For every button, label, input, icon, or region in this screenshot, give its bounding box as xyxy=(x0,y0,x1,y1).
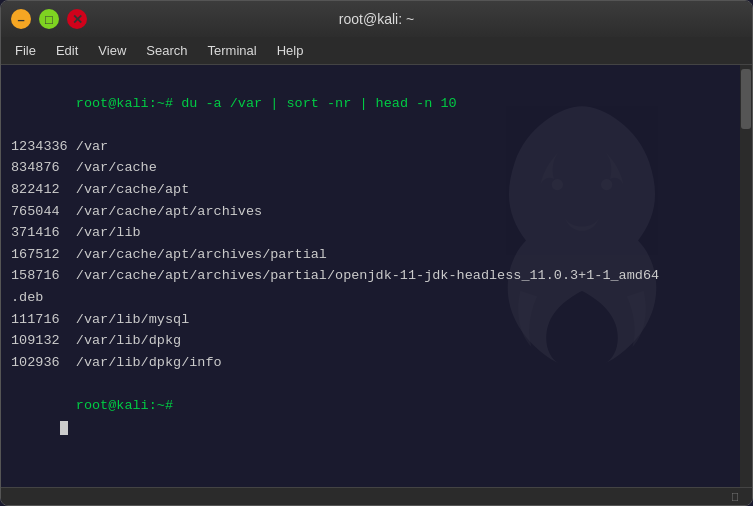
scrollbar-thumb[interactable] xyxy=(741,69,751,129)
terminal-window: – □ ✕ root@kali: ~ File Edit View Search… xyxy=(0,0,753,506)
output-line-2: 822412 /var/cache/apt xyxy=(11,179,742,201)
output-line-1: 834876 /var/cache xyxy=(11,157,742,179)
menu-file[interactable]: File xyxy=(7,41,44,60)
final-prompt-prefix: root@kali xyxy=(76,398,149,413)
menu-search[interactable]: Search xyxy=(138,41,195,60)
window-title: root@kali: ~ xyxy=(339,11,414,27)
terminal-body[interactable]: root@kali:~# du -a /var | sort -nr | hea… xyxy=(1,65,752,487)
menu-edit[interactable]: Edit xyxy=(48,41,86,60)
terminal-content: root@kali:~# du -a /var | sort -nr | hea… xyxy=(11,71,742,438)
maximize-button[interactable]: □ xyxy=(39,9,59,29)
menu-help[interactable]: Help xyxy=(269,41,312,60)
final-prompt-line: root@kali:~# xyxy=(11,373,742,438)
title-bar: – □ ✕ root@kali: ~ xyxy=(1,1,752,37)
minimize-button[interactable]: – xyxy=(11,9,31,29)
output-line-5: 167512 /var/cache/apt/archives/partial xyxy=(11,244,742,266)
command-text: du -a /var | sort -nr | head -n 10 xyxy=(173,96,457,111)
output-line-8: 111716 /var/lib/mysql xyxy=(11,309,742,331)
command-prompt-line: root@kali:~# du -a /var | sort -nr | hea… xyxy=(11,71,742,136)
output-line-7: .deb xyxy=(11,287,742,309)
output-line-10: 102936 /var/lib/dpkg/info xyxy=(11,352,742,374)
status-text: ⎕ xyxy=(732,491,738,502)
prompt-separator: :~# xyxy=(149,96,173,111)
prompt-prefix: root@kali xyxy=(76,96,149,111)
menu-bar: File Edit View Search Terminal Help xyxy=(1,37,752,65)
menu-terminal[interactable]: Terminal xyxy=(200,41,265,60)
menu-view[interactable]: View xyxy=(90,41,134,60)
output-line-3: 765044 /var/cache/apt/archives xyxy=(11,201,742,223)
output-line-9: 109132 /var/lib/dpkg xyxy=(11,330,742,352)
output-line-6: 158716 /var/cache/apt/archives/partial/o… xyxy=(11,265,742,287)
window-controls: – □ ✕ xyxy=(11,9,87,29)
output-line-4: 371416 /var/lib xyxy=(11,222,742,244)
status-bar: ⎕ xyxy=(1,487,752,505)
final-prompt-suffix: :~# xyxy=(149,398,173,413)
close-button[interactable]: ✕ xyxy=(67,9,87,29)
output-line-0: 1234336 /var xyxy=(11,136,742,158)
